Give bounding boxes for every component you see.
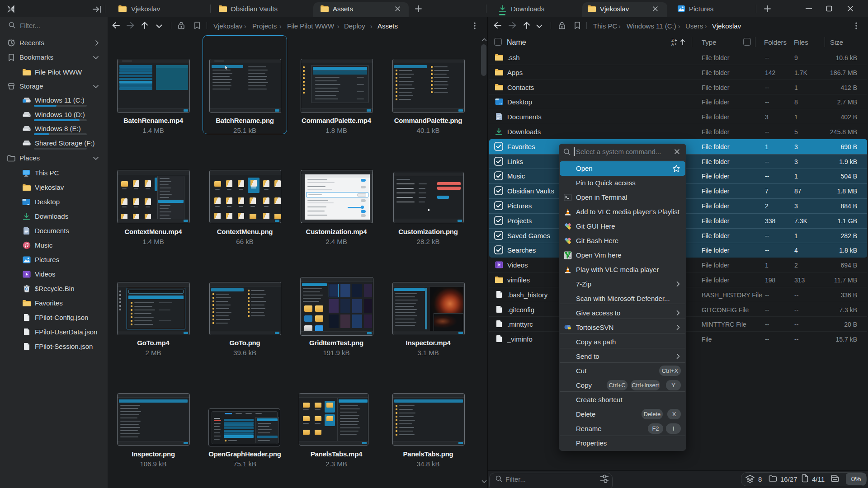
svg-text:A: A xyxy=(671,42,674,46)
